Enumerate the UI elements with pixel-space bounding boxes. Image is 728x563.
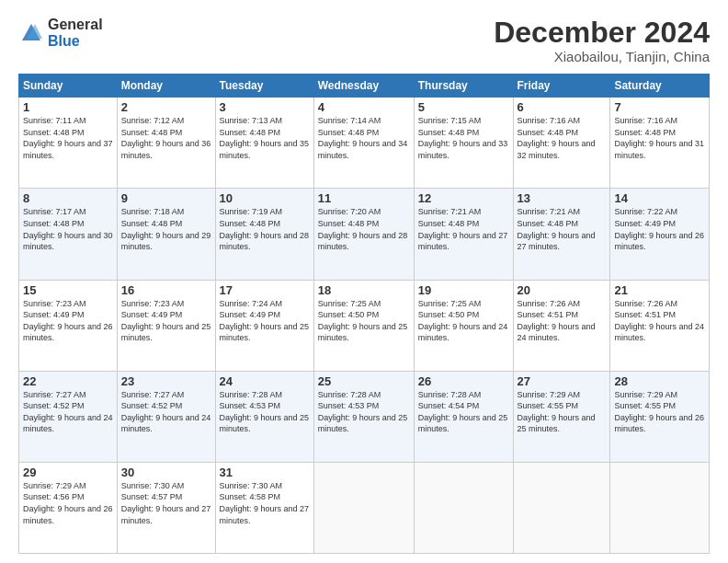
calendar-cell: 31 Sunrise: 7:30 AMSunset: 4:58 PMDaylig… — [215, 462, 313, 553]
day-info: Sunrise: 7:15 AMSunset: 4:48 PMDaylight:… — [418, 116, 508, 160]
day-number: 25 — [318, 374, 410, 388]
calendar-cell: 22 Sunrise: 7:27 AMSunset: 4:52 PMDaylig… — [19, 371, 118, 462]
day-info: Sunrise: 7:17 AMSunset: 4:48 PMDaylight:… — [23, 207, 113, 251]
day-info: Sunrise: 7:25 AMSunset: 4:50 PMDaylight:… — [318, 299, 408, 343]
calendar-cell: 2 Sunrise: 7:12 AMSunset: 4:48 PMDayligh… — [117, 98, 215, 189]
day-info: Sunrise: 7:16 AMSunset: 4:48 PMDaylight:… — [518, 116, 596, 160]
day-number: 29 — [23, 465, 113, 479]
month-title: December 2024 — [494, 17, 710, 49]
day-number: 1 — [23, 100, 113, 114]
calendar-cell: 24 Sunrise: 7:28 AMSunset: 4:53 PMDaylig… — [215, 371, 313, 462]
day-info: Sunrise: 7:30 AMSunset: 4:57 PMDaylight:… — [121, 481, 211, 525]
location-subtitle: Xiaobailou, Tianjin, China — [494, 49, 710, 64]
calendar-cell: 28 Sunrise: 7:29 AMSunset: 4:55 PMDaylig… — [610, 371, 710, 462]
calendar-cell: 14 Sunrise: 7:22 AMSunset: 4:49 PMDaylig… — [610, 189, 710, 280]
header-tuesday: Tuesday — [215, 75, 313, 98]
calendar-cell: 5 Sunrise: 7:15 AMSunset: 4:48 PMDayligh… — [414, 98, 513, 189]
day-info: Sunrise: 7:29 AMSunset: 4:55 PMDaylight:… — [518, 390, 596, 434]
day-number: 7 — [614, 100, 705, 114]
calendar-cell: 15 Sunrise: 7:23 AMSunset: 4:49 PMDaylig… — [19, 280, 118, 371]
week-row-5: 29 Sunrise: 7:29 AMSunset: 4:56 PMDaylig… — [19, 462, 710, 553]
logo-general: General — [48, 17, 103, 33]
day-info: Sunrise: 7:24 AMSunset: 4:49 PMDaylight:… — [220, 299, 310, 343]
day-info: Sunrise: 7:27 AMSunset: 4:52 PMDaylight:… — [23, 390, 113, 434]
day-number: 6 — [518, 100, 607, 114]
day-number: 28 — [614, 374, 705, 388]
title-block: December 2024 Xiaobailou, Tianjin, China — [494, 17, 710, 64]
day-info: Sunrise: 7:21 AMSunset: 4:48 PMDaylight:… — [518, 207, 596, 251]
day-info: Sunrise: 7:19 AMSunset: 4:48 PMDaylight:… — [220, 207, 310, 251]
week-row-3: 15 Sunrise: 7:23 AMSunset: 4:49 PMDaylig… — [19, 280, 710, 371]
calendar-cell: 23 Sunrise: 7:27 AMSunset: 4:52 PMDaylig… — [117, 371, 215, 462]
day-info: Sunrise: 7:11 AMSunset: 4:48 PMDaylight:… — [23, 116, 113, 160]
day-number: 21 — [614, 283, 705, 297]
day-info: Sunrise: 7:27 AMSunset: 4:52 PMDaylight:… — [121, 390, 211, 434]
week-row-4: 22 Sunrise: 7:27 AMSunset: 4:52 PMDaylig… — [19, 371, 710, 462]
logo-icon — [18, 20, 44, 46]
calendar-cell: 13 Sunrise: 7:21 AMSunset: 4:48 PMDaylig… — [513, 189, 610, 280]
day-info: Sunrise: 7:22 AMSunset: 4:49 PMDaylight:… — [614, 207, 704, 251]
day-number: 22 — [23, 374, 113, 388]
day-info: Sunrise: 7:23 AMSunset: 4:49 PMDaylight:… — [121, 299, 211, 343]
calendar-cell — [313, 462, 414, 553]
day-info: Sunrise: 7:25 AMSunset: 4:50 PMDaylight:… — [418, 299, 508, 343]
logo: General Blue — [18, 17, 103, 49]
day-info: Sunrise: 7:21 AMSunset: 4:48 PMDaylight:… — [418, 207, 508, 251]
calendar-cell: 16 Sunrise: 7:23 AMSunset: 4:49 PMDaylig… — [117, 280, 215, 371]
day-number: 9 — [121, 191, 211, 205]
calendar-cell: 17 Sunrise: 7:24 AMSunset: 4:49 PMDaylig… — [215, 280, 313, 371]
day-info: Sunrise: 7:12 AMSunset: 4:48 PMDaylight:… — [121, 116, 211, 160]
calendar-cell: 29 Sunrise: 7:29 AMSunset: 4:56 PMDaylig… — [19, 462, 118, 553]
day-info: Sunrise: 7:29 AMSunset: 4:56 PMDaylight:… — [23, 481, 113, 525]
day-number: 11 — [318, 191, 410, 205]
calendar-cell: 3 Sunrise: 7:13 AMSunset: 4:48 PMDayligh… — [215, 98, 313, 189]
header-thursday: Thursday — [414, 75, 513, 98]
day-number: 13 — [518, 191, 607, 205]
header-monday: Monday — [117, 75, 215, 98]
calendar-cell: 6 Sunrise: 7:16 AMSunset: 4:48 PMDayligh… — [513, 98, 610, 189]
day-number: 14 — [614, 191, 705, 205]
day-number: 5 — [418, 100, 509, 114]
day-info: Sunrise: 7:16 AMSunset: 4:48 PMDaylight:… — [614, 116, 704, 160]
day-info: Sunrise: 7:20 AMSunset: 4:48 PMDaylight:… — [318, 207, 408, 251]
day-number: 16 — [121, 283, 211, 297]
day-number: 31 — [220, 465, 310, 479]
calendar-cell: 30 Sunrise: 7:30 AMSunset: 4:57 PMDaylig… — [117, 462, 215, 553]
calendar-cell: 4 Sunrise: 7:14 AMSunset: 4:48 PMDayligh… — [313, 98, 414, 189]
day-number: 2 — [121, 100, 211, 114]
day-number: 20 — [518, 283, 607, 297]
day-number: 4 — [318, 100, 410, 114]
day-info: Sunrise: 7:28 AMSunset: 4:54 PMDaylight:… — [418, 390, 508, 434]
day-number: 15 — [23, 283, 113, 297]
calendar-cell: 21 Sunrise: 7:26 AMSunset: 4:51 PMDaylig… — [610, 280, 710, 371]
day-number: 27 — [518, 374, 607, 388]
page: General Blue December 2024 Xiaobailou, T… — [0, 0, 728, 563]
week-row-1: 1 Sunrise: 7:11 AMSunset: 4:48 PMDayligh… — [19, 98, 710, 189]
day-number: 8 — [23, 191, 113, 205]
logo-blue: Blue — [48, 33, 103, 50]
day-number: 3 — [220, 100, 310, 114]
day-info: Sunrise: 7:14 AMSunset: 4:48 PMDaylight:… — [318, 116, 408, 160]
calendar-cell: 1 Sunrise: 7:11 AMSunset: 4:48 PMDayligh… — [19, 98, 118, 189]
calendar-cell: 20 Sunrise: 7:26 AMSunset: 4:51 PMDaylig… — [513, 280, 610, 371]
day-info: Sunrise: 7:23 AMSunset: 4:49 PMDaylight:… — [23, 299, 113, 343]
calendar-cell: 8 Sunrise: 7:17 AMSunset: 4:48 PMDayligh… — [19, 189, 118, 280]
day-info: Sunrise: 7:26 AMSunset: 4:51 PMDaylight:… — [518, 299, 596, 343]
day-info: Sunrise: 7:28 AMSunset: 4:53 PMDaylight:… — [220, 390, 310, 434]
header-friday: Friday — [513, 75, 610, 98]
day-info: Sunrise: 7:29 AMSunset: 4:55 PMDaylight:… — [614, 390, 704, 434]
calendar-cell: 26 Sunrise: 7:28 AMSunset: 4:54 PMDaylig… — [414, 371, 513, 462]
calendar-cell — [513, 462, 610, 553]
day-number: 30 — [121, 465, 211, 479]
calendar-cell — [610, 462, 710, 553]
header-saturday: Saturday — [610, 75, 710, 98]
day-info: Sunrise: 7:26 AMSunset: 4:51 PMDaylight:… — [614, 299, 704, 343]
calendar-cell: 11 Sunrise: 7:20 AMSunset: 4:48 PMDaylig… — [313, 189, 414, 280]
calendar-cell: 19 Sunrise: 7:25 AMSunset: 4:50 PMDaylig… — [414, 280, 513, 371]
week-row-2: 8 Sunrise: 7:17 AMSunset: 4:48 PMDayligh… — [19, 189, 710, 280]
calendar-cell: 18 Sunrise: 7:25 AMSunset: 4:50 PMDaylig… — [313, 280, 414, 371]
day-number: 18 — [318, 283, 410, 297]
weekday-header-row: Sunday Monday Tuesday Wednesday Thursday… — [19, 75, 710, 98]
day-info: Sunrise: 7:13 AMSunset: 4:48 PMDaylight:… — [220, 116, 310, 160]
day-info: Sunrise: 7:28 AMSunset: 4:53 PMDaylight:… — [318, 390, 408, 434]
